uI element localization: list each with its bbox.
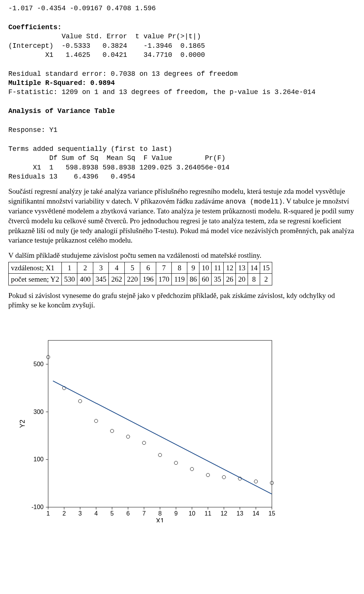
quantiles-line: -1.017 -0.4354 -0.09167 0.4708 1.596 xyxy=(8,4,356,13)
cell: 7 xyxy=(156,262,172,274)
svg-point-51 xyxy=(206,473,210,477)
cell: 8 xyxy=(172,262,187,274)
cell: 1 xyxy=(61,262,77,274)
svg-text:-100: -100 xyxy=(31,504,44,510)
svg-text:12: 12 xyxy=(221,510,228,517)
anova-terms: Terms added sequentially (first to last) xyxy=(8,144,356,154)
paragraph-after-table: Pokud si závislost vyneseme do grafu ste… xyxy=(8,291,356,310)
coef-row-intercept: (Intercept) -0.5333 0.3824 -1.3946 0.186… xyxy=(8,41,356,50)
svg-point-54 xyxy=(254,480,257,483)
row-label-y2: počet semen; Y2 xyxy=(9,274,62,285)
cell: 119 xyxy=(172,274,187,285)
coef-row-x1: X1 1.4625 0.0421 34.7710 0.0000 xyxy=(8,50,356,60)
svg-point-43 xyxy=(78,400,82,403)
svg-text:500: 500 xyxy=(33,361,44,367)
cell: 196 xyxy=(140,274,156,285)
coef-cols: Value Std. Error t value Pr(>|t|) xyxy=(8,32,356,41)
paragraph-anova-explain: Součástí regresní analýzy je také analýz… xyxy=(8,187,356,245)
cell: 10 xyxy=(199,262,212,274)
cell: 13 xyxy=(236,262,248,274)
svg-text:14: 14 xyxy=(253,510,259,517)
anova-response: Response: Y1 xyxy=(8,125,356,135)
anova-cols: Df Sum of Sq Mean Sq F Value Pr(F) xyxy=(8,154,356,163)
svg-rect-0 xyxy=(48,340,272,507)
anova-row-resid: Residuals 13 6.4396 0.4954 xyxy=(8,172,356,181)
svg-text:300: 300 xyxy=(33,409,44,415)
cell: 12 xyxy=(224,262,236,274)
svg-text:15: 15 xyxy=(268,510,275,517)
svg-text:6: 6 xyxy=(126,510,130,517)
cell: 11 xyxy=(212,262,224,274)
svg-point-52 xyxy=(222,475,226,479)
svg-text:1: 1 xyxy=(47,510,50,517)
table-row-x1: vzdálenost; X1 1 2 3 4 5 6 7 8 9 10 11 1… xyxy=(9,262,272,274)
svg-text:5: 5 xyxy=(110,510,114,517)
table-row-y2: počet semen; Y2 530 400 345 262 220 196 … xyxy=(9,274,272,285)
cell: 400 xyxy=(77,274,93,285)
row-label-x1: vzdálenost; X1 xyxy=(9,262,62,274)
cell: 530 xyxy=(61,274,77,285)
cell: 26 xyxy=(224,274,236,285)
scatter-chart: -100100300500123456789101112131415Y2X1 xyxy=(8,333,356,522)
data-table: vzdálenost; X1 1 2 3 4 5 6 7 8 9 10 11 1… xyxy=(8,262,272,285)
svg-text:11: 11 xyxy=(205,510,212,517)
svg-text:3: 3 xyxy=(78,510,82,517)
fstat-line: F-statistic: 1209 on 1 and 13 degrees of… xyxy=(8,88,356,97)
svg-text:4: 4 xyxy=(94,510,98,517)
svg-text:10: 10 xyxy=(188,510,195,517)
cell: 2 xyxy=(77,262,93,274)
cell: 2 xyxy=(260,274,272,285)
svg-text:8: 8 xyxy=(158,510,162,517)
svg-point-44 xyxy=(94,419,98,423)
cell: 170 xyxy=(156,274,172,285)
cell: 3 xyxy=(93,262,109,274)
svg-line-56 xyxy=(53,381,272,494)
svg-point-46 xyxy=(126,435,130,439)
cell: 220 xyxy=(124,274,140,285)
svg-text:7: 7 xyxy=(142,510,146,517)
cell: 15 xyxy=(260,262,272,274)
cell: 8 xyxy=(248,274,260,285)
cell: 6 xyxy=(140,262,156,274)
paragraph-next-example: V dalším příkladě studujeme závislost po… xyxy=(8,251,356,260)
rsq-line: Multiple R-Squared: 0.9894 xyxy=(8,78,356,88)
cell: 345 xyxy=(93,274,109,285)
svg-point-49 xyxy=(174,461,178,465)
svg-point-50 xyxy=(190,467,194,471)
svg-text:13: 13 xyxy=(237,510,243,517)
cell: 86 xyxy=(187,274,199,285)
cell: 4 xyxy=(109,262,125,274)
para1-code: anova (model1) xyxy=(225,198,282,205)
anova-header: Analysis of Variance Table xyxy=(8,107,356,116)
svg-text:Y2: Y2 xyxy=(19,420,26,428)
svg-point-48 xyxy=(158,453,162,457)
cell: 9 xyxy=(187,262,199,274)
cell: 20 xyxy=(236,274,248,285)
cell: 262 xyxy=(109,274,125,285)
rse-line: Residual standard error: 0.7038 on 13 de… xyxy=(8,69,356,78)
cell: 35 xyxy=(212,274,224,285)
svg-point-45 xyxy=(110,429,114,433)
coef-header: Coefficients: xyxy=(8,23,356,32)
cell: 14 xyxy=(248,262,260,274)
svg-point-47 xyxy=(142,441,146,445)
cell: 60 xyxy=(199,274,212,285)
svg-text:X1: X1 xyxy=(156,517,164,522)
anova-row-x1: X1 1 598.8938 598.8938 1209.025 3.264056… xyxy=(8,163,356,172)
svg-text:100: 100 xyxy=(33,456,44,462)
svg-text:9: 9 xyxy=(174,510,178,517)
svg-text:2: 2 xyxy=(63,510,66,517)
cell: 5 xyxy=(124,262,140,274)
